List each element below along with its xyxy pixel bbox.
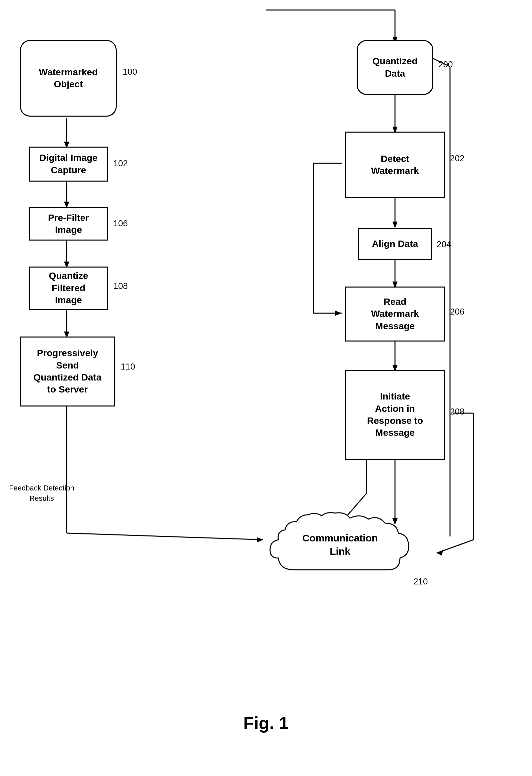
initiate-action-node: Initiate Action in Response to Message [345,370,445,460]
svg-marker-11 [392,222,398,228]
ref-200: 200 [438,59,453,70]
communication-link-node: Communication Link [260,510,420,586]
watermarked-object-label: Watermarked Object [39,66,98,90]
ref-210: 210 [413,576,428,587]
ref-102: 102 [113,158,128,169]
watermarked-object-node: Watermarked Object [20,40,117,117]
quantized-data-label: Quantized Data [372,55,417,79]
pre-filter-image-node: Pre-Filter Image [29,207,108,240]
digital-image-capture-label: Digital Image Capture [39,152,97,176]
svg-marker-36 [437,550,444,555]
align-data-node: Align Data [358,228,432,260]
ref-208: 208 [450,406,464,417]
cloud-svg: Communication Link [260,510,420,586]
diagram: Watermarked Object 100 Digital Image Cap… [0,0,532,733]
ref-202: 202 [450,153,464,164]
progressively-send-label: Progressively Send Quantized Data to Ser… [34,347,102,396]
ref-100: 100 [123,67,137,77]
ref-108: 108 [113,281,128,291]
quantize-filtered-label: Quantize Filtered Image [49,270,88,306]
ref-110: 110 [121,362,135,372]
read-watermark-node: Read Watermark Message [345,286,445,342]
ref-204: 204 [437,239,451,249]
digital-image-capture-node: Digital Image Capture [29,147,108,182]
svg-line-24 [67,533,263,540]
quantize-filtered-node: Quantize Filtered Image [29,266,108,310]
read-watermark-label: Read Watermark Message [371,296,419,332]
detect-watermark-label: Detect Watermark [371,153,419,177]
progressively-send-node: Progressively Send Quantized Data to Ser… [20,337,115,406]
align-data-label: Align Data [372,238,418,250]
svg-text:Link: Link [330,546,350,557]
svg-marker-22 [335,311,342,316]
quantized-data-node: Quantized Data [357,40,433,95]
ref-106: 106 [113,218,128,229]
ref-206: 206 [450,307,464,317]
feedback-detection-label: Feedback Detection Results [8,483,75,504]
pre-filter-image-label: Pre-Filter Image [48,212,89,236]
figure-label: Fig. 1 [0,713,532,733]
detect-watermark-node: Detect Watermark [345,132,445,198]
svg-text:Communication: Communication [302,533,378,543]
initiate-action-label: Initiate Action in Response to Message [367,390,423,439]
